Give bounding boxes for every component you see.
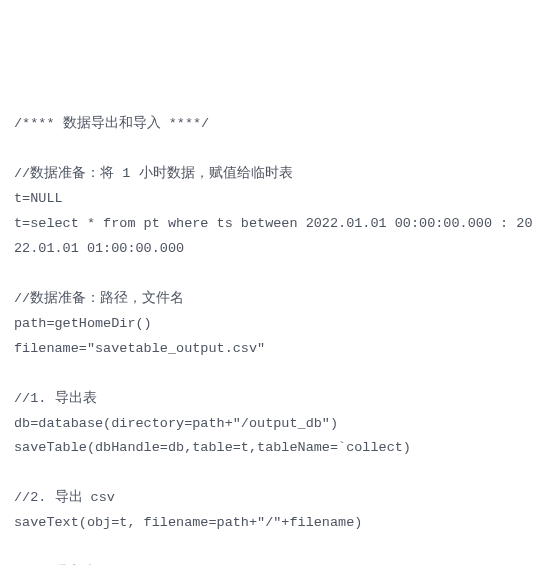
code-block: /**** 数据导出和导入 ****/ //数据准备：将 1 小时数据，赋值给临… — [14, 112, 540, 565]
